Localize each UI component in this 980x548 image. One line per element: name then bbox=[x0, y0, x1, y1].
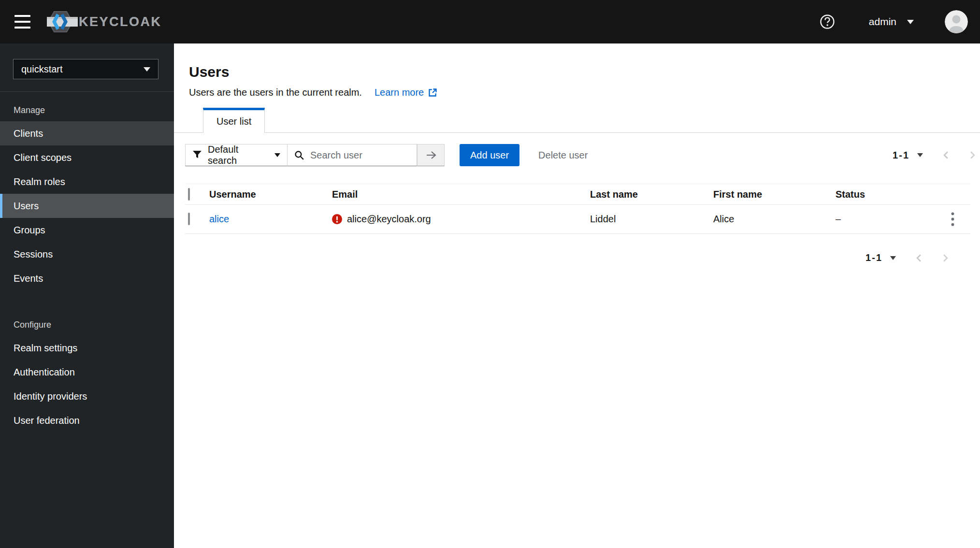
search-submit-button[interactable] bbox=[417, 144, 445, 166]
chevron-down-icon bbox=[907, 20, 914, 24]
sidebar-item-sessions[interactable]: Sessions bbox=[0, 242, 174, 266]
search-type-dropdown[interactable]: Default search bbox=[185, 144, 288, 166]
column-header-last-name: Last name bbox=[590, 189, 713, 200]
sidebar-item-groups[interactable]: Groups bbox=[0, 218, 174, 242]
sidebar-item-identity-providers[interactable]: Identity providers bbox=[0, 384, 174, 408]
sidebar-item-realm-roles[interactable]: Realm roles bbox=[0, 170, 174, 194]
chevron-left-icon bbox=[915, 254, 922, 262]
chevron-right-icon bbox=[969, 151, 976, 159]
sidebar-item-authentication[interactable]: Authentication bbox=[0, 360, 174, 384]
next-page-button[interactable] bbox=[942, 254, 949, 262]
users-table: Username Email Last name First name Stat… bbox=[185, 184, 970, 234]
select-all-checkbox[interactable] bbox=[188, 188, 190, 201]
toolbar: Default search Add user Delete user 1-1 bbox=[185, 144, 976, 166]
first-name-cell: Alice bbox=[713, 214, 836, 225]
caret-down-icon bbox=[274, 153, 280, 157]
search-icon bbox=[294, 150, 304, 160]
sidebar-item-user-federation[interactable]: User federation bbox=[0, 408, 174, 433]
brand-text: KEYCLOAK bbox=[79, 14, 162, 29]
invalid-email-icon bbox=[332, 214, 342, 224]
nav-section-configure: Configure bbox=[0, 313, 174, 336]
next-page-button[interactable] bbox=[969, 151, 976, 159]
tab-user-list[interactable]: User list bbox=[203, 108, 265, 133]
keycloak-logo[interactable]: KEYCLOAK bbox=[46, 10, 162, 34]
table-row: alice alice@keycloak.org Liddel Alice – bbox=[185, 205, 970, 234]
delete-user-button[interactable]: Delete user bbox=[538, 150, 588, 161]
column-header-username: Username bbox=[209, 189, 332, 200]
question-circle-icon bbox=[820, 14, 835, 29]
pagination-range-dropdown[interactable]: 1-1 bbox=[893, 150, 923, 161]
table-header-row: Username Email Last name First name Stat… bbox=[185, 184, 970, 205]
nav-section-manage: Manage bbox=[0, 99, 174, 121]
learn-more-link[interactable]: Learn more bbox=[375, 87, 438, 98]
previous-page-button[interactable] bbox=[942, 151, 950, 159]
pagination-range-dropdown[interactable]: 1-1 bbox=[865, 252, 896, 263]
column-header-email: Email bbox=[332, 189, 590, 200]
nav-toggle-icon[interactable] bbox=[13, 14, 32, 30]
external-link-icon bbox=[428, 87, 438, 98]
keycloak-logo-icon bbox=[46, 10, 78, 34]
add-user-button[interactable]: Add user bbox=[460, 144, 519, 166]
pagination-top: 1-1 bbox=[893, 150, 976, 161]
page-title: Users bbox=[189, 64, 965, 80]
realm-selector[interactable]: quickstart bbox=[13, 59, 159, 79]
sidebar-item-realm-settings[interactable]: Realm settings bbox=[0, 336, 174, 360]
kebab-icon bbox=[951, 212, 954, 226]
app-header: KEYCLOAK admin bbox=[0, 0, 980, 43]
arrow-right-icon bbox=[426, 151, 436, 159]
row-checkbox[interactable] bbox=[188, 213, 190, 225]
page-description: Users are the users in the current realm… bbox=[189, 87, 362, 98]
avatar[interactable] bbox=[945, 10, 968, 33]
sidebar-item-users[interactable]: Users bbox=[0, 194, 174, 218]
user-menu-button[interactable]: admin bbox=[869, 16, 914, 28]
caret-down-icon bbox=[917, 153, 923, 157]
column-header-status: Status bbox=[836, 189, 941, 200]
status-cell: – bbox=[836, 214, 941, 225]
sidebar-item-events[interactable]: Events bbox=[0, 266, 174, 290]
search-input[interactable] bbox=[310, 150, 410, 161]
user-name: admin bbox=[869, 16, 896, 28]
realm-name: quickstart bbox=[21, 64, 144, 75]
username-link[interactable]: alice bbox=[209, 214, 229, 224]
chevron-left-icon bbox=[942, 151, 950, 159]
last-name-cell: Liddel bbox=[590, 214, 713, 225]
sidebar-item-client-scopes[interactable]: Client scopes bbox=[0, 145, 174, 170]
chevron-down-icon bbox=[144, 67, 150, 72]
email-text: alice@keycloak.org bbox=[347, 214, 431, 225]
caret-down-icon bbox=[890, 256, 896, 260]
row-actions-button[interactable] bbox=[941, 208, 964, 231]
tab-bar: User list bbox=[174, 108, 980, 133]
sidebar: quickstart Manage Clients Client scopes … bbox=[0, 43, 174, 548]
pagination-bottom: 1-1 bbox=[865, 252, 949, 263]
sidebar-item-clients[interactable]: Clients bbox=[0, 121, 174, 145]
previous-page-button[interactable] bbox=[915, 254, 922, 262]
help-button[interactable] bbox=[820, 14, 835, 29]
column-header-first-name: First name bbox=[713, 189, 836, 200]
chevron-right-icon bbox=[942, 254, 949, 262]
search-field bbox=[288, 144, 417, 166]
filter-icon bbox=[192, 150, 202, 160]
main-content: Users Users are the users in the current… bbox=[174, 43, 980, 548]
